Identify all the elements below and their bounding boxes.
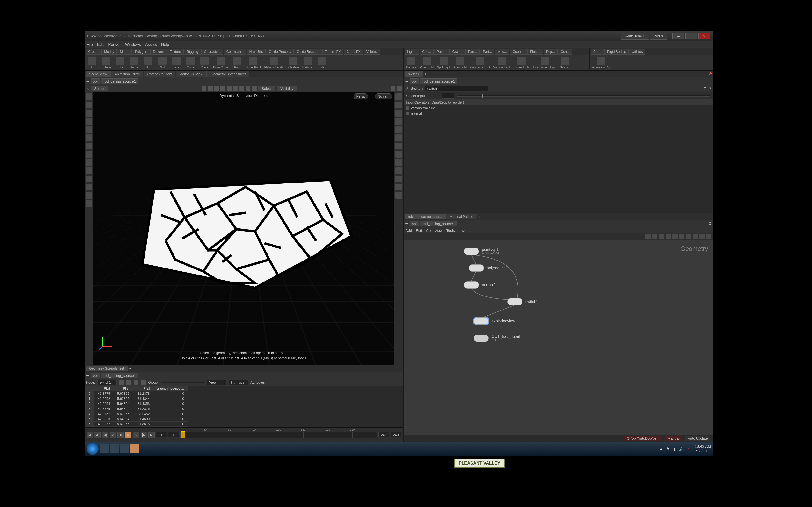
camera-dropdown[interactable]: No cam bbox=[375, 94, 392, 99]
tool-icon[interactable] bbox=[395, 126, 402, 133]
add-tab-icon[interactable]: + bbox=[478, 215, 480, 219]
network-node[interactable]: pointvop1Attribute VOP bbox=[464, 247, 500, 255]
path-up-icon[interactable]: ⬅ bbox=[405, 79, 408, 83]
shelf-tool[interactable]: Sky Li... bbox=[560, 57, 570, 69]
tool-icon[interactable] bbox=[86, 134, 92, 141]
shelf-tool[interactable]: Distant Light bbox=[514, 57, 530, 69]
tool-icon[interactable] bbox=[395, 110, 402, 117]
shelf-tab[interactable]: Cloth bbox=[591, 49, 604, 55]
path-up-icon[interactable]: ⬅ bbox=[86, 79, 89, 83]
select-dropdown[interactable]: Select bbox=[258, 86, 275, 91]
pane-tab[interactable]: Composite View bbox=[144, 71, 175, 77]
shelf-tool[interactable]: Tube bbox=[115, 57, 126, 69]
shelf-tab[interactable]: Create bbox=[86, 49, 101, 55]
intrinsics-dropdown[interactable]: Intrinsics bbox=[229, 380, 248, 385]
tool-icon[interactable] bbox=[395, 102, 402, 108]
shelf-tool[interactable]: Sphere bbox=[101, 57, 112, 69]
taskbar-app-icon[interactable] bbox=[131, 445, 139, 453]
shelf-tab[interactable]: Constraints bbox=[224, 49, 246, 55]
network-canvas[interactable]: Geometry pointvop1Attribute VOPpolyreduc… bbox=[404, 240, 713, 435]
shelf-tab[interactable]: Ligh... bbox=[405, 49, 419, 55]
menu-item[interactable]: Add bbox=[406, 228, 412, 232]
tool-icon[interactable] bbox=[86, 94, 92, 100]
path-segment[interactable]: rbd_ceiling_source1 bbox=[420, 221, 457, 226]
prims-icon[interactable] bbox=[134, 380, 139, 385]
tool-icon[interactable] bbox=[395, 184, 402, 190]
column-header[interactable]: P[y] bbox=[114, 386, 133, 391]
tool-icon[interactable] bbox=[395, 118, 402, 125]
close-button[interactable]: ✕ bbox=[698, 33, 711, 39]
table-row[interactable]: 442.37575.67865-31.4520 bbox=[85, 411, 188, 416]
tool-icon[interactable] bbox=[86, 110, 92, 117]
shelf-tool[interactable]: File bbox=[317, 57, 327, 69]
main-take-dropdown[interactable]: Main bbox=[650, 33, 667, 40]
menu-windows[interactable]: Windows bbox=[125, 43, 141, 47]
tool-icon[interactable] bbox=[395, 143, 402, 150]
shelf-tab[interactable]: Part... bbox=[465, 49, 480, 55]
path-segment[interactable]: obj bbox=[91, 373, 100, 378]
pane-tab-geometry-spreadsheet[interactable]: Geometry Spreadsheet bbox=[86, 365, 128, 371]
network-node[interactable]: OUT_frac_detailNull bbox=[474, 334, 520, 342]
shelf-tool[interactable]: Line bbox=[171, 57, 182, 69]
stop-button[interactable]: ■ bbox=[117, 432, 124, 438]
shelf-tab[interactable]: Parti... bbox=[434, 49, 449, 55]
play-back-button[interactable]: ◀ bbox=[102, 432, 108, 438]
shelf-tool[interactable]: Circle bbox=[185, 57, 196, 69]
shelf-tab[interactable]: Characters bbox=[201, 49, 223, 55]
taskbar-app-icon[interactable] bbox=[100, 445, 109, 453]
path-segment[interactable]: obj bbox=[410, 221, 419, 226]
help-icon[interactable] bbox=[391, 86, 395, 91]
shelf-tool[interactable]: Torus bbox=[129, 57, 140, 69]
shelf-tool[interactable]: Null bbox=[157, 57, 168, 69]
menu-help[interactable]: Help bbox=[161, 43, 169, 47]
volume-icon[interactable]: 🔊 bbox=[679, 447, 684, 451]
shelf-tool[interactable]: Volume Light bbox=[494, 57, 510, 69]
toolbar-icon[interactable] bbox=[693, 234, 698, 239]
shelf-tool[interactable]: Curve bbox=[199, 57, 210, 69]
end-frame-field[interactable]: 240 bbox=[378, 432, 389, 438]
toolbar-icon[interactable] bbox=[652, 234, 657, 239]
shelf-tool[interactable]: Metaball bbox=[302, 57, 313, 69]
path-up-icon[interactable]: ⬅ bbox=[405, 221, 408, 226]
step-back-button[interactable]: ◁ bbox=[110, 432, 116, 438]
shelf-tab[interactable]: Model bbox=[117, 49, 132, 55]
verts-icon[interactable] bbox=[126, 380, 131, 385]
gear-icon[interactable]: ⚙ bbox=[704, 86, 707, 91]
select-label[interactable]: Select bbox=[91, 86, 108, 91]
auto-update-dropdown[interactable]: Auto Update bbox=[685, 436, 711, 441]
toolbar-icon[interactable] bbox=[252, 86, 257, 91]
add-tab-icon[interactable]: + bbox=[424, 72, 426, 76]
shelf-tool[interactable]: Box bbox=[87, 57, 98, 69]
shelf-tab[interactable]: Utilities bbox=[629, 49, 645, 55]
path-up-icon[interactable]: ⬅ bbox=[86, 373, 89, 378]
tool-icon[interactable] bbox=[395, 175, 402, 182]
network-node[interactable]: explodedview1 bbox=[474, 318, 517, 325]
shelf-tab[interactable]: Volume bbox=[364, 49, 380, 55]
column-header[interactable]: P[z] bbox=[133, 386, 153, 391]
view-dropdown[interactable]: View bbox=[207, 380, 226, 385]
toolbar-icon[interactable] bbox=[208, 86, 213, 91]
shelf-tab[interactable]: Fluid... bbox=[527, 49, 543, 55]
table-row[interactable]: 242.62545.64824-31.43530 bbox=[85, 401, 188, 406]
spreadsheet-table[interactable]: P[x]P[y]P[z]group:movepoi...042.37755.67… bbox=[85, 386, 403, 427]
network-node[interactable]: normal1 bbox=[464, 281, 496, 288]
last-frame-button[interactable]: ▶| bbox=[148, 432, 155, 438]
shelf-tab[interactable]: Con... bbox=[558, 49, 572, 55]
points-icon[interactable] bbox=[119, 380, 124, 385]
menu-render[interactable]: Render bbox=[108, 43, 120, 47]
node-field[interactable]: switch1 bbox=[97, 380, 117, 385]
menu-item[interactable]: Tools bbox=[446, 228, 455, 232]
global-end-field[interactable]: 240 bbox=[391, 432, 401, 438]
shelf-tab[interactable]: Visc... bbox=[495, 49, 509, 55]
system-clock[interactable]: 10:42 AM 1/13/2017 bbox=[694, 444, 711, 453]
add-tab-icon[interactable]: + bbox=[251, 72, 253, 76]
menu-file[interactable]: File bbox=[87, 43, 93, 47]
shelf-tool[interactable]: Spot Light bbox=[437, 57, 450, 69]
start-button[interactable] bbox=[87, 443, 99, 455]
list-item[interactable]: voronoifracture1 bbox=[404, 105, 713, 111]
shelf-tool[interactable]: Point Light bbox=[420, 57, 434, 69]
tool-icon[interactable] bbox=[395, 151, 402, 158]
tool-icon[interactable] bbox=[395, 159, 402, 166]
shelf-tab[interactable]: Rigid Bodies bbox=[604, 49, 629, 55]
toolbar-icon[interactable] bbox=[672, 234, 678, 239]
